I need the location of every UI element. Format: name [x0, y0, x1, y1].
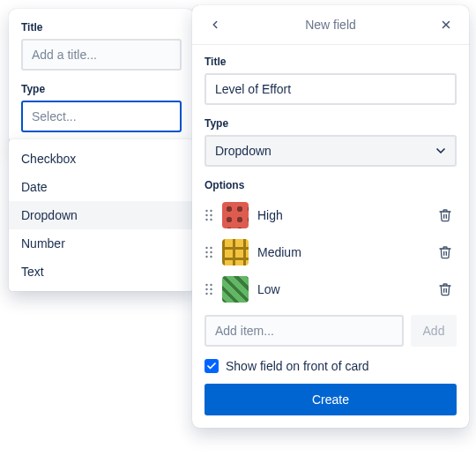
- panel-title: New field: [226, 18, 435, 32]
- type-option-dropdown[interactable]: Dropdown: [9, 201, 194, 229]
- drag-handle-icon[interactable]: [205, 283, 213, 295]
- delete-option-icon[interactable]: [434, 204, 457, 227]
- type-group: Type: [21, 83, 182, 132]
- delete-option-icon[interactable]: [434, 241, 457, 264]
- svg-point-17: [210, 288, 212, 290]
- type-option-text[interactable]: Text: [9, 258, 194, 286]
- back-icon[interactable]: [205, 14, 226, 35]
- option-row: High: [205, 197, 457, 234]
- type-select-input[interactable]: [21, 101, 182, 132]
- chevron-down-icon: [434, 144, 448, 158]
- svg-point-18: [205, 293, 207, 295]
- type-select-value: Dropdown: [215, 144, 271, 158]
- svg-point-9: [210, 247, 212, 249]
- option-row: Medium: [205, 234, 457, 271]
- svg-point-11: [210, 251, 212, 253]
- option-color-swatch[interactable]: [222, 276, 249, 303]
- svg-point-16: [205, 288, 207, 290]
- panel-body: Title Type Dropdown Options HighMediumLo…: [192, 45, 469, 373]
- create-button[interactable]: Create: [205, 384, 457, 415]
- svg-point-14: [205, 284, 207, 286]
- option-color-swatch[interactable]: [222, 239, 249, 265]
- title-group: Title: [205, 56, 457, 105]
- title-input[interactable]: [205, 73, 457, 105]
- drag-handle-icon[interactable]: [205, 209, 213, 221]
- svg-point-10: [205, 251, 207, 253]
- svg-point-3: [210, 210, 212, 212]
- close-icon[interactable]: [435, 14, 457, 35]
- delete-option-icon[interactable]: [434, 278, 457, 301]
- type-group: Type Dropdown: [205, 117, 457, 167]
- option-label: Low: [257, 282, 425, 296]
- options-group: Options HighMediumLow Add: [205, 179, 457, 347]
- option-label: High: [257, 208, 425, 222]
- show-on-front-checkbox[interactable]: [205, 359, 219, 373]
- add-option-button[interactable]: Add: [411, 315, 457, 347]
- option-row: Low: [205, 271, 457, 308]
- new-field-panel-basic: Title Type: [9, 9, 194, 145]
- svg-point-13: [210, 256, 212, 258]
- title-group: Title: [21, 21, 182, 71]
- type-option-checkbox[interactable]: Checkbox: [9, 145, 194, 173]
- title-label: Title: [21, 21, 182, 34]
- title-input[interactable]: [21, 39, 182, 71]
- type-option-number[interactable]: Number: [9, 229, 194, 258]
- svg-point-8: [205, 247, 207, 249]
- title-label: Title: [205, 56, 457, 68]
- svg-point-5: [210, 214, 212, 216]
- svg-point-6: [205, 219, 207, 221]
- svg-point-15: [210, 284, 212, 286]
- new-field-panel-detail: New field Title Type Dropdown Options Hi…: [192, 5, 469, 428]
- options-label: Options: [205, 179, 457, 191]
- svg-point-19: [210, 293, 212, 295]
- add-option-row: Add: [205, 315, 457, 347]
- type-label: Type: [205, 117, 457, 130]
- option-color-swatch[interactable]: [222, 202, 249, 228]
- panel-header: New field: [192, 5, 469, 45]
- svg-point-4: [205, 214, 207, 216]
- options-list: HighMediumLow: [205, 197, 457, 308]
- type-label: Type: [21, 83, 182, 95]
- type-select[interactable]: Dropdown: [205, 135, 457, 167]
- show-on-front-label: Show field on front of card: [226, 359, 369, 373]
- drag-handle-icon[interactable]: [205, 246, 213, 258]
- type-option-date[interactable]: Date: [9, 173, 194, 201]
- show-on-front-row[interactable]: Show field on front of card: [205, 359, 457, 373]
- svg-point-12: [205, 256, 207, 258]
- option-label: Medium: [257, 245, 425, 259]
- add-option-input[interactable]: [205, 315, 404, 347]
- type-dropdown-list: CheckboxDateDropdownNumberText: [9, 139, 194, 291]
- svg-point-7: [210, 219, 212, 221]
- svg-point-2: [205, 210, 207, 212]
